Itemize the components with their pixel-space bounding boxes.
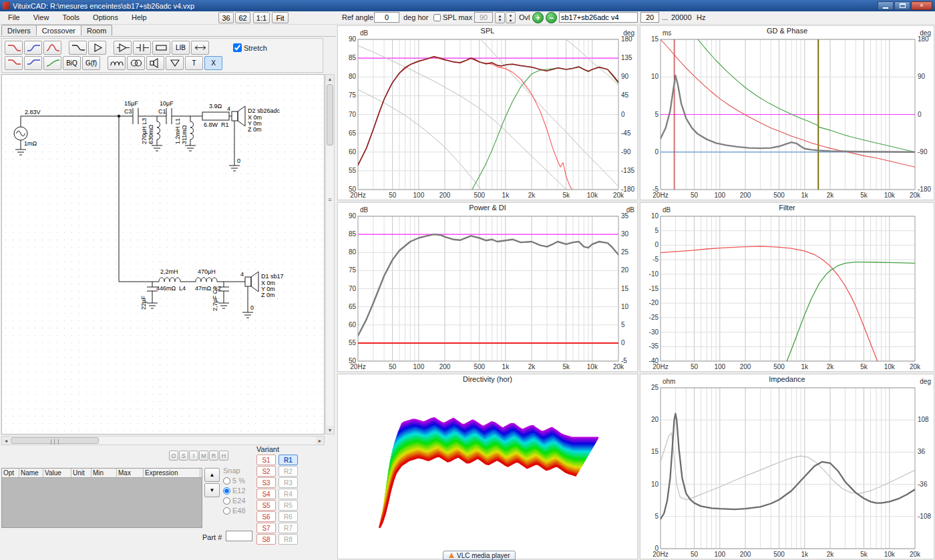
tool-amplifier[interactable] [114,41,132,55]
ref-angle-input[interactable] [374,12,399,23]
project-name-input[interactable] [559,12,638,23]
tool-shelf-red[interactable] [5,56,23,70]
variant-s8-button[interactable]: S8 [256,534,276,545]
scroll-right-icon[interactable]: ► [316,437,324,445]
variant-grid: S1R1S2R2S3R3S4R4S5R5S6R6S7R7S8R8 [256,455,303,545]
zoom-fit-button[interactable]: Fit [272,12,289,23]
tool-gf[interactable]: G(f) [82,56,100,70]
tool-resistor[interactable] [152,41,170,55]
variant-r6-button[interactable]: R6 [278,511,298,522]
menu-help[interactable]: Help [125,11,154,25]
vertical-scroll-thumb[interactable] [327,84,333,146]
part-number-input[interactable] [226,531,252,541]
variant-r7-button[interactable]: R7 [278,523,298,533]
scroll-left-icon[interactable]: ◄ [2,437,10,445]
tool-library[interactable]: LIB [172,41,190,55]
move-down-button[interactable]: ▼ [204,483,220,497]
variant-r4-button[interactable]: R4 [278,489,298,499]
tool-transformer[interactable] [127,56,145,70]
spl-max-spin-button[interactable]: ▲▼ [495,12,505,23]
close-button[interactable]: × [911,1,932,10]
mini-h-button[interactable]: H [219,451,228,461]
tool-shelf-block[interactable] [69,41,87,55]
taskbar-vlc-button[interactable]: VLC media player [443,551,516,560]
tab-strip: DriversCrossoverRoom [1,25,112,36]
tool-driver[interactable] [146,56,164,70]
minimize-button[interactable] [878,1,894,10]
stretch-checkbox[interactable] [233,43,242,52]
mini-o-button[interactable]: O [169,451,178,461]
tool-inductor[interactable] [108,56,126,70]
snap-option-5[interactable]: 5 % [223,477,255,485]
zoom-36-button[interactable]: 36 [218,12,234,23]
schematic-vertical-scrollbar[interactable]: ▲ ≡ ▼ [325,74,335,435]
snap-radio[interactable] [223,497,230,505]
splitter-grip-icon[interactable]: ≡ [327,195,333,204]
tool-buffer[interactable] [88,41,106,55]
tool-shelf-blue[interactable] [24,56,42,70]
snap-radio[interactable] [223,477,230,485]
mini-i-button[interactable]: I [189,451,198,461]
table-body[interactable] [2,478,202,527]
tab-drivers[interactable]: Drivers [1,25,37,35]
variant-s4-button[interactable]: S4 [256,489,276,499]
tool-curve-green[interactable] [43,56,61,70]
variant-r2-button[interactable]: R2 [278,466,298,477]
schematic-canvas[interactable]: 2.83V1mΩ15µFC310µFC1270µH L3630mΩ1.2mH L… [1,74,325,435]
variant-s1-button[interactable]: S1 [256,455,276,465]
snap-option-e48[interactable]: E48 [223,507,255,515]
spl-max-auto-button[interactable]: ▼▲ [506,12,516,23]
move-up-button[interactable]: ▲ [204,468,220,482]
variant-r5-button[interactable]: R5 [278,500,298,511]
snap-radio[interactable] [223,507,230,515]
tool-ground[interactable] [166,56,184,70]
snap-option-e12[interactable]: E12 [223,487,255,495]
variant-s3-button[interactable]: S3 [256,477,276,488]
mini-s-button[interactable]: S [179,451,188,461]
variant-s2-button[interactable]: S2 [256,466,276,477]
tool-capacitor[interactable] [133,41,151,55]
menu-view[interactable]: View [27,11,56,25]
variant-r3-button[interactable]: R3 [278,477,298,488]
tab-room[interactable]: Room [81,25,112,35]
tool-wire[interactable] [191,41,209,55]
schematic-horizontal-scrollbar[interactable]: ◄ ► [1,436,325,445]
series-phase-b [358,89,481,190]
tool-select[interactable]: X [204,56,222,70]
horizontal-scroll-thumb[interactable] [11,437,99,444]
overlay-remove-button[interactable]: − [546,12,557,23]
mini-r-button[interactable]: R [209,451,218,461]
tool-bandpass-block[interactable] [43,41,61,55]
variant-s6-button[interactable]: S6 [256,511,276,522]
menu-tools[interactable]: Tools [55,11,86,25]
spl-max-input[interactable] [474,12,493,23]
maximize-button[interactable] [894,1,910,10]
svg-text:200: 200 [740,192,751,199]
scroll-down-icon[interactable]: ▼ [326,426,334,434]
freq-min-input[interactable] [640,12,659,23]
freq-dots-label: ... [662,13,668,21]
zoom-62-button[interactable]: 62 [235,12,250,23]
mini-m-button[interactable]: M [199,451,208,461]
svg-text:20: 20 [621,266,629,274]
scroll-up-icon[interactable]: ▲ [326,75,334,83]
variant-r8-button[interactable]: R8 [278,534,298,545]
zoom-1to1-button[interactable]: 1:1 [253,12,270,23]
variant-s7-button[interactable]: S7 [256,523,276,533]
spl-max-checkbox[interactable] [433,14,441,21]
variant-s5-button[interactable]: S5 [256,500,276,511]
snap-option-e24[interactable]: E24 [223,497,255,505]
overlay-add-button[interactable]: + [532,12,544,23]
tab-crossover[interactable]: Crossover [36,25,81,35]
tool-highpass-block[interactable] [24,41,42,55]
stretch-toggle[interactable]: Stretch [233,43,267,52]
svg-text:270µH L3: 270µH L3 [141,118,148,144]
tool-lowpass-block[interactable] [5,41,23,55]
menu-file[interactable]: File [1,11,27,25]
svg-text:20: 20 [651,416,659,423]
snap-radio[interactable] [223,487,230,495]
tool-text[interactable]: T [185,56,203,70]
tool-biquad[interactable]: BiQ [63,56,81,70]
variant-r1-button[interactable]: R1 [278,455,298,465]
menu-options[interactable]: Options [86,11,125,25]
